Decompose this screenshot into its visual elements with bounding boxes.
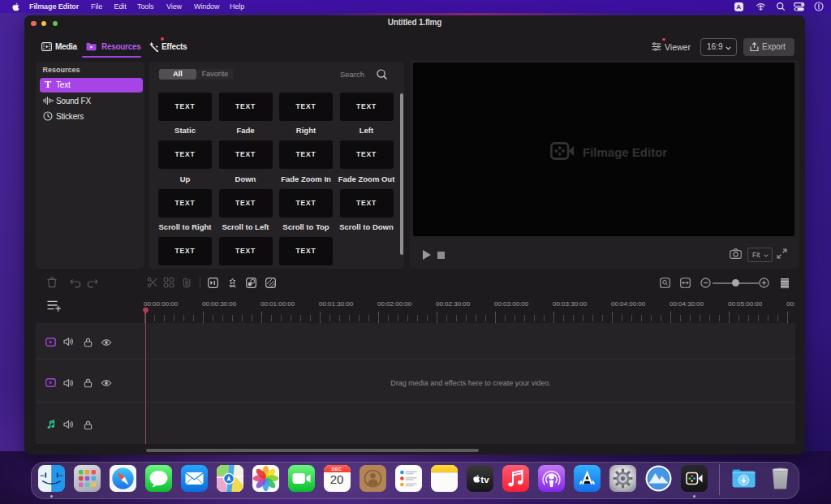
svg-text:tv: tv bbox=[480, 474, 489, 484]
